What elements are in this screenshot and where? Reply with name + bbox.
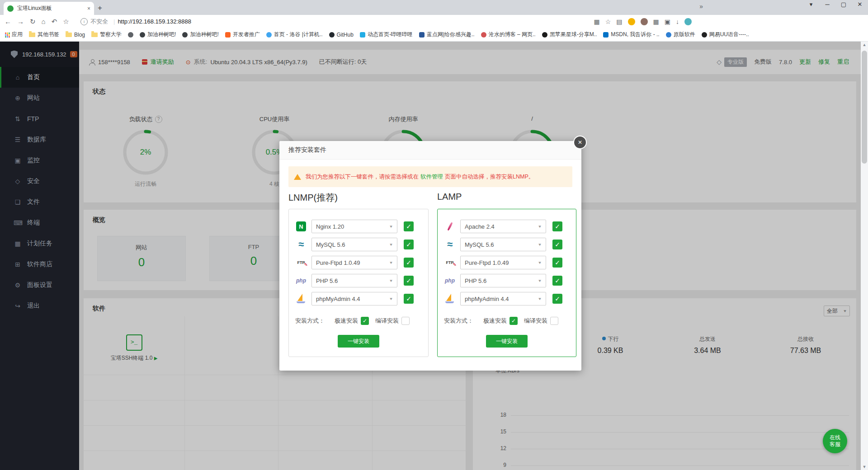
bookmark-item[interactable]: 警察大学: [91, 31, 122, 38]
package-version-select[interactable]: Pure-Ftpd 1.0.49▼: [460, 256, 546, 269]
bookmark-item[interactable]: 蓝点网|给你感兴趣..: [419, 31, 475, 38]
bookmark-item[interactable]: 黑苹果星球-分享M..: [542, 31, 597, 38]
fast-install-checkbox[interactable]: [361, 317, 369, 325]
package-checkbox[interactable]: [552, 258, 562, 268]
package-checkbox[interactable]: [404, 294, 414, 304]
bookmark-item[interactable]: 首页 - 洛谷 |计算机..: [266, 31, 323, 38]
browser-tab[interactable]: 宝塔Linux面板 ×: [4, 2, 94, 15]
home-icon[interactable]: ⌂: [42, 18, 46, 25]
bookmarks-overflow-icon[interactable]: »: [699, 3, 703, 10]
bookmark-item[interactable]: 原版软件: [666, 31, 695, 38]
lnmp-heading: LNMP(推荐): [288, 192, 338, 204]
bookmark-item[interactable]: 动态首页-哔哩哔哩: [360, 31, 413, 38]
package-row-php: phpPHP 5.6▼: [438, 272, 576, 290]
package-row-pma: phpMyAdmin 4.4▼: [438, 290, 576, 308]
bookmark-label: 蓝点网|给你感兴趣..: [427, 31, 475, 38]
compile-install-option[interactable]: 编译安装: [375, 317, 410, 325]
package-version-select[interactable]: MySQL 5.6▼: [311, 238, 397, 251]
lnmp-column: NNginx 1.20▼≈MySQL 5.6▼FTPPure-Ftpd 1.0.…: [288, 209, 429, 357]
favicon-icon: [266, 32, 272, 38]
address-divider: |: [113, 18, 115, 25]
mysql-logo-icon: ≈: [444, 239, 456, 250]
software-manage-link[interactable]: 软件管理: [420, 173, 443, 181]
chevron-down-icon: ▼: [538, 297, 542, 301]
package-version-select[interactable]: PHP 5.6▼: [460, 274, 546, 287]
package-checkbox[interactable]: [404, 240, 414, 249]
screenshot-icon[interactable]: ▣: [665, 18, 670, 25]
bookmark-label: 沧水的博客 – 网页..: [489, 31, 536, 38]
install-mode-row: 安装方式： 极速安装 编译安装: [444, 317, 558, 325]
one-click-install-button[interactable]: 一键安装: [338, 335, 379, 348]
package-version-select[interactable]: phpMyAdmin 4.4▼: [311, 292, 397, 306]
url-text[interactable]: http://192.168.159.132:8888: [118, 18, 191, 25]
package-checkbox[interactable]: [404, 221, 414, 231]
window-menu-icon[interactable]: ▾: [807, 1, 816, 8]
apps-grid-icon[interactable]: ▦: [653, 18, 659, 25]
bookmark-item[interactable]: 其他书签: [29, 31, 59, 38]
package-version-select[interactable]: Apache 2.4▼: [460, 220, 546, 233]
compile-install-option[interactable]: 编译安装: [524, 317, 558, 325]
package-version-select[interactable]: Pure-Ftpd 1.0.49▼: [311, 256, 397, 269]
page-scrollbar[interactable]: ▲ ▼: [861, 42, 868, 470]
warning-banner: 我们为您推荐以下一键套件，请按需选择或在 软件管理 页面中自动选择，推荐安装LN…: [288, 166, 572, 187]
favicon-icon: [702, 32, 707, 38]
package-row-php: phpPHP 5.6▼: [289, 272, 428, 290]
minimize-icon[interactable]: ─: [823, 1, 832, 8]
php-logo-icon: php: [444, 275, 456, 286]
package-checkbox[interactable]: [404, 276, 414, 286]
fast-install-checkbox[interactable]: [509, 317, 518, 325]
online-support-button[interactable]: 在线 客服: [823, 429, 847, 453]
bookmark-item[interactable]: 开发者推广: [225, 31, 260, 38]
bookmarks-bar-items: 应用其他书签Blog警察大学加油种树吧!加油种树吧!开发者推广首页 - 洛谷 |…: [5, 31, 755, 38]
bookmark-item[interactable]: MSDN, 我告诉你 - ..: [603, 31, 659, 38]
extension-brown-icon[interactable]: [641, 18, 648, 25]
package-checkbox[interactable]: [552, 294, 562, 304]
undo-icon[interactable]: ↶: [52, 18, 57, 26]
favicon-icon: [542, 32, 547, 38]
download-icon[interactable]: ↓: [676, 18, 679, 25]
address-bar[interactable]: i 不安全 | http://192.168.159.132:8888: [80, 16, 578, 27]
compile-install-checkbox[interactable]: [550, 317, 558, 325]
package-version-select[interactable]: PHP 5.6▼: [311, 274, 397, 287]
favicon-icon: [360, 32, 365, 38]
bookmark-item[interactable]: 网易UU语音----..: [702, 31, 749, 38]
reading-list-icon[interactable]: ▤: [616, 18, 622, 25]
package-version-select[interactable]: MySQL 5.6▼: [460, 238, 546, 251]
scrollbar-down-icon[interactable]: ▼: [861, 465, 868, 469]
scrollbar-thumb[interactable]: [862, 51, 867, 164]
back-icon[interactable]: ←: [5, 18, 11, 25]
extension-yellow-icon[interactable]: [628, 18, 635, 25]
forward-icon[interactable]: →: [17, 18, 24, 25]
package-checkbox[interactable]: [404, 258, 414, 268]
package-checkbox[interactable]: [552, 221, 562, 231]
new-tab-button[interactable]: +: [98, 4, 102, 13]
bookmark-item[interactable]: 加油种树吧!: [182, 31, 218, 38]
package-version-select[interactable]: phpMyAdmin 4.4▼: [460, 292, 546, 306]
favicon-icon: [128, 32, 133, 38]
bookmark-item[interactable]: GitHub: [329, 32, 354, 38]
modal-close-button[interactable]: ✕: [573, 136, 587, 149]
info-icon[interactable]: i: [80, 18, 88, 25]
package-checkbox[interactable]: [552, 276, 562, 286]
fast-install-option[interactable]: 极速安装: [335, 317, 369, 325]
bookmark-item[interactable]: Blog: [66, 32, 85, 38]
bookmark-item[interactable]: [128, 32, 133, 38]
bookmark-item[interactable]: 应用: [5, 31, 23, 38]
bookmark-item[interactable]: 加油种树吧!: [140, 31, 176, 38]
tab-close-icon[interactable]: ×: [87, 5, 90, 12]
profile-avatar[interactable]: [684, 18, 692, 25]
one-click-install-button[interactable]: 一键安装: [486, 335, 528, 348]
package-version-value: phpMyAdmin 4.4: [465, 296, 509, 302]
reload-icon[interactable]: ↻: [30, 18, 36, 26]
package-version-select[interactable]: Nginx 1.20▼: [311, 220, 397, 233]
bookmark-item[interactable]: 沧水的博客 – 网页..: [481, 31, 536, 38]
maximize-icon[interactable]: ▢: [839, 1, 848, 8]
bookmark-star-icon[interactable]: ☆: [605, 18, 611, 25]
package-checkbox[interactable]: [552, 240, 562, 249]
scrollbar-up-icon[interactable]: ▲: [861, 42, 868, 47]
fast-install-option[interactable]: 极速安装: [483, 317, 518, 325]
star-icon[interactable]: ☆: [63, 18, 69, 26]
qr-code-icon[interactable]: ▦: [594, 18, 600, 25]
compile-install-checkbox[interactable]: [401, 317, 410, 325]
close-icon[interactable]: ✕: [855, 1, 864, 8]
